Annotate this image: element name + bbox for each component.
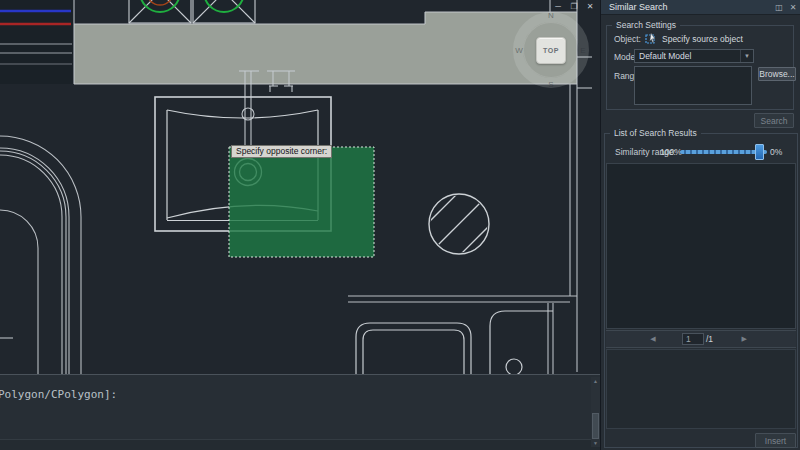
page-input[interactable]: [682, 333, 704, 345]
next-page-icon[interactable]: ▶: [737, 335, 751, 343]
preview-area[interactable]: [606, 349, 796, 429]
title-table-block: [0, 0, 74, 84]
restore-icon[interactable]: ❐: [566, 1, 582, 13]
command-scrollbar[interactable]: ▲ ▼: [591, 377, 600, 447]
minimize-icon[interactable]: ─: [550, 1, 566, 13]
command-prompt[interactable]: Polygon/CPolygon]:: [0, 388, 117, 401]
panel-header[interactable]: Similar Search ◫ ✕: [601, 0, 800, 15]
range-listbox[interactable]: [634, 66, 752, 105]
browse-button[interactable]: Browse...: [758, 67, 796, 81]
slider-thumb[interactable]: [755, 144, 764, 160]
results-list[interactable]: [606, 163, 796, 329]
search-results-group: List of Search Results Similarity range:…: [604, 133, 798, 448]
selection-window: [229, 147, 374, 257]
dock-icon[interactable]: ◫: [772, 3, 786, 12]
panel-title: Similar Search: [609, 2, 772, 12]
command-line-panel[interactable]: Polygon/CPolygon]: ▲ ▼: [0, 374, 600, 450]
search-button[interactable]: Search: [754, 113, 794, 128]
similarity-left-value: 100%: [660, 147, 682, 157]
compass-south-label: S: [546, 80, 556, 89]
command-input-row[interactable]: [0, 440, 600, 450]
drawing-viewport[interactable]: Specify opposite corner: N S W E TOP ─ ❐…: [0, 0, 600, 450]
chevron-down-icon[interactable]: ▼: [740, 50, 753, 62]
scroll-up-icon[interactable]: ▲: [591, 378, 600, 384]
specify-source-object-link[interactable]: Specify source object: [662, 34, 743, 44]
compass-east-label: E: [578, 46, 588, 55]
view-cube-top-face[interactable]: TOP: [536, 37, 566, 64]
command-tooltip: Specify opposite corner:: [231, 145, 332, 158]
app-window: Specify opposite corner: N S W E TOP ─ ❐…: [0, 0, 800, 450]
close-icon[interactable]: ✕: [582, 1, 598, 13]
panel-close-icon[interactable]: ✕: [786, 3, 800, 12]
similarity-slider[interactable]: [680, 144, 767, 160]
model-select-value: Default Model: [639, 51, 740, 61]
scroll-down-icon[interactable]: ▼: [591, 440, 600, 446]
document-window-controls: ─ ❐ ✕: [550, 1, 598, 13]
insert-button[interactable]: Insert: [755, 433, 796, 448]
prev-page-icon[interactable]: ◀: [646, 335, 660, 343]
search-settings-group: Search Settings Object: Specify source o…: [606, 25, 794, 110]
model-select[interactable]: Default Model ▼: [634, 49, 754, 63]
view-cube[interactable]: N S W E TOP: [509, 8, 593, 92]
search-results-label: List of Search Results: [610, 128, 701, 138]
pagination-bar: ◀ /1 ▶: [606, 330, 796, 348]
search-settings-label: Search Settings: [612, 20, 680, 30]
page-total-label: /1: [706, 334, 713, 344]
compass-west-label: W: [514, 46, 524, 55]
similarity-right-value: 0%: [770, 147, 782, 157]
similar-search-panel: Similar Search ◫ ✕ Search Settings Objec…: [600, 0, 800, 450]
object-label: Object:: [614, 34, 641, 44]
slider-track[interactable]: [680, 150, 767, 154]
scrollbar-thumb[interactable]: [592, 413, 599, 439]
pick-object-icon[interactable]: [645, 32, 657, 44]
